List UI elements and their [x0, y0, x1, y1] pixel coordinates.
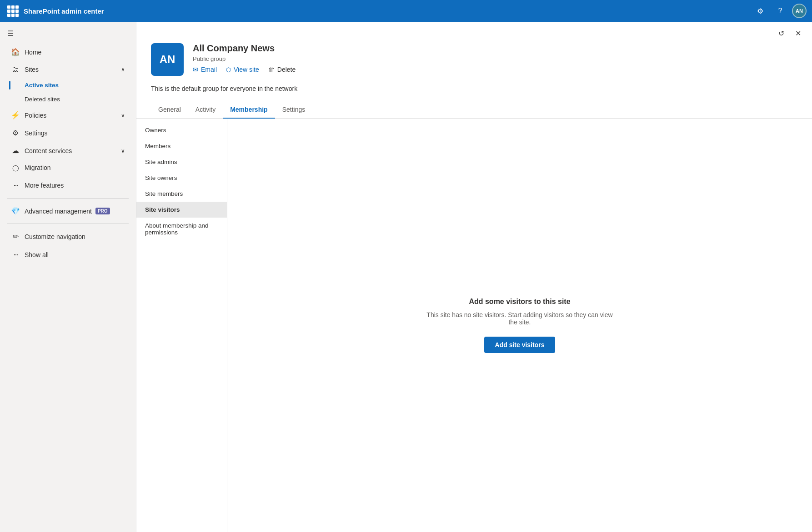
sites-icon: 🗂 — [11, 65, 20, 74]
empty-state-description: This site has no site visitors. Start ad… — [424, 311, 615, 326]
panel-topbar: ↺ ✕ — [136, 22, 812, 43]
content-services-icon: ☁ — [11, 146, 20, 155]
refresh-button[interactable]: ↺ — [775, 27, 788, 40]
tab-membership[interactable]: Membership — [223, 101, 275, 119]
policies-icon: ⚡ — [11, 111, 20, 119]
nav-site-owners[interactable]: Site owners — [136, 170, 227, 186]
nav-site-admins[interactable]: Site admins — [136, 154, 227, 170]
customize-nav-icon: ✏ — [11, 232, 20, 241]
chevron-up-icon: ∧ — [121, 66, 125, 73]
waffle-icon — [7, 5, 19, 17]
sidebar-label-migration: Migration — [25, 164, 51, 171]
sidebar-label-content-services: Content services — [25, 147, 72, 154]
sidebar-item-sites[interactable]: 🗂 Sites ∧ — [2, 61, 134, 78]
tabs: General Activity Membership Settings — [136, 101, 812, 119]
panel-body: Owners Members Site admins Site owners S… — [136, 119, 812, 532]
view-site-icon: ⬡ — [226, 66, 231, 73]
sidebar-label-active-sites: Active sites — [25, 82, 59, 89]
sidebar-item-deleted-sites[interactable]: Deleted sites — [2, 92, 134, 106]
nav-site-visitors[interactable]: Site visitors — [136, 202, 227, 218]
sidebar-label-more-features: More features — [25, 182, 64, 189]
nav-members[interactable]: Members — [136, 138, 227, 154]
chevron-down-icon-2: ∨ — [121, 148, 125, 154]
hamburger-button[interactable]: ☰ — [0, 25, 136, 43]
sidebar-label-advanced-management: Advanced management — [25, 208, 92, 215]
help-button[interactable]: ? — [772, 3, 788, 19]
layout: ☰ 🏠 Home 🗂 Sites ∧ Active sites Deleted … — [0, 22, 812, 532]
site-type: Public group — [193, 55, 797, 62]
right-content: Add some visitors to this site This site… — [227, 119, 812, 532]
site-header: AN All Company News Public group ✉ Email… — [136, 43, 812, 85]
close-button[interactable]: ✕ — [792, 27, 805, 40]
sidebar-item-show-all[interactable]: ··· Show all — [2, 245, 134, 264]
empty-state-title: Add some visitors to this site — [469, 298, 570, 306]
sidebar-item-advanced-management[interactable]: 💎 Advanced management PRO — [2, 202, 134, 220]
nav-owners[interactable]: Owners — [136, 122, 227, 138]
sidebar-label-sites: Sites — [25, 66, 39, 73]
site-description: This is the default group for everyone i… — [136, 85, 812, 101]
sidebar-item-migration[interactable]: ◯ Migration — [2, 159, 134, 176]
sidebar-item-home[interactable]: 🏠 Home — [2, 43, 134, 61]
sidebar-item-active-sites[interactable]: Active sites — [2, 78, 134, 92]
delete-link[interactable]: 🗑 Delete — [268, 66, 296, 73]
sidebar-item-customize-navigation[interactable]: ✏ Customize navigation — [2, 228, 134, 245]
sidebar-label-settings: Settings — [25, 129, 48, 137]
sidebar-item-content-services[interactable]: ☁ Content services ∨ — [2, 142, 134, 159]
sidebar-label-home: Home — [25, 49, 41, 56]
more-features-icon: ··· — [11, 180, 20, 190]
tab-activity[interactable]: Activity — [188, 101, 223, 119]
email-link[interactable]: ✉ Email — [193, 66, 217, 73]
chevron-down-icon: ∨ — [121, 112, 125, 119]
sidebar-item-policies[interactable]: ⚡ Policies ∨ — [2, 106, 134, 124]
delete-label: Delete — [277, 66, 296, 73]
main-panel: ↺ ✕ AN All Company News Public group ✉ E… — [136, 22, 812, 532]
topbar: SharePoint admin center ⚙ ? AN — [0, 0, 812, 22]
tab-general[interactable]: General — [151, 101, 188, 119]
user-avatar[interactable]: AN — [792, 4, 807, 18]
add-site-visitors-button[interactable]: Add site visitors — [484, 337, 556, 353]
sidebar-label-customize-nav: Customize navigation — [25, 233, 85, 240]
sidebar-item-settings[interactable]: ⚙ Settings — [2, 124, 134, 142]
sidebar-item-more-features[interactable]: ··· More features — [2, 176, 134, 194]
advanced-management-icon: 💎 — [11, 207, 20, 215]
sidebar-label-show-all: Show all — [25, 251, 49, 259]
sidebar: ☰ 🏠 Home 🗂 Sites ∧ Active sites Deleted … — [0, 22, 136, 532]
settings-button[interactable]: ⚙ — [752, 3, 768, 19]
sidebar-divider — [7, 198, 129, 199]
pro-badge: PRO — [95, 208, 110, 214]
site-name: All Company News — [193, 43, 797, 54]
tab-settings[interactable]: Settings — [275, 101, 313, 119]
settings-icon: ⚙ — [11, 129, 20, 137]
sidebar-label-deleted-sites: Deleted sites — [25, 96, 60, 103]
view-site-link[interactable]: ⬡ View site — [226, 66, 259, 73]
app-title: SharePoint admin center — [24, 7, 752, 15]
sidebar-label-policies: Policies — [25, 112, 46, 119]
delete-icon: 🗑 — [268, 66, 275, 73]
show-all-icon: ··· — [11, 250, 20, 259]
site-avatar: AN — [151, 43, 184, 76]
migration-icon: ◯ — [11, 164, 20, 171]
nav-about-membership[interactable]: About membership and permissions — [136, 218, 227, 240]
nav-site-members[interactable]: Site members — [136, 186, 227, 202]
home-icon: 🏠 — [11, 48, 20, 56]
view-site-label: View site — [234, 66, 259, 73]
site-actions: ✉ Email ⬡ View site 🗑 Delete — [193, 66, 797, 73]
email-icon: ✉ — [193, 66, 198, 73]
membership-left-nav: Owners Members Site admins Site owners S… — [136, 119, 227, 532]
waffle-menu[interactable] — [5, 4, 20, 18]
email-label: Email — [201, 66, 217, 73]
site-info: All Company News Public group ✉ Email ⬡ … — [193, 43, 797, 73]
topbar-actions: ⚙ ? AN — [752, 3, 807, 19]
sidebar-divider-2 — [7, 224, 129, 224]
